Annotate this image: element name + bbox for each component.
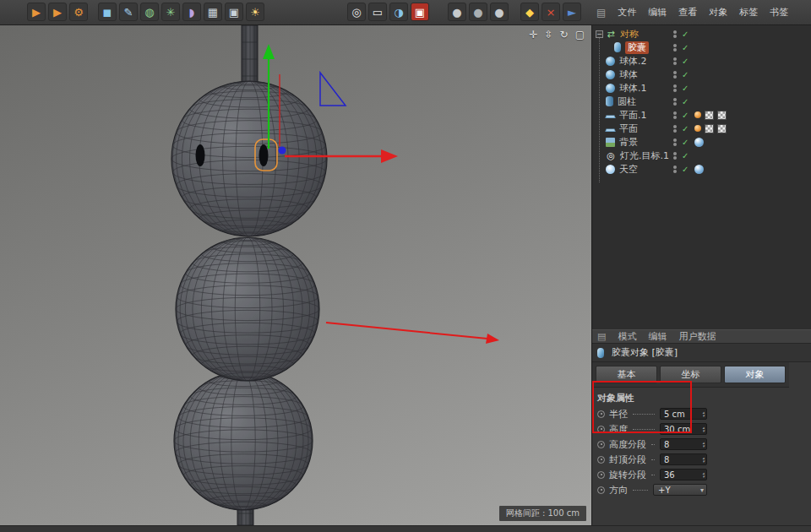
view-toggle-icon[interactable]: ▢ bbox=[575, 29, 585, 41]
anim-dot-icon[interactable] bbox=[597, 486, 605, 494]
enabled-check-icon[interactable]: ✓ bbox=[682, 124, 694, 133]
menu-item-0[interactable]: 文件 bbox=[618, 6, 636, 19]
view-rotate-icon[interactable]: ↻ bbox=[560, 29, 569, 41]
enabled-check-icon[interactable]: ✓ bbox=[682, 84, 694, 93]
dot-tag-icon[interactable] bbox=[694, 125, 701, 132]
checker-tag-icon[interactable] bbox=[717, 111, 727, 120]
sphere-tex-tag-icon[interactable] bbox=[694, 165, 704, 174]
axis-snap-icon[interactable]: ◆ bbox=[520, 3, 539, 21]
view-zoom-icon[interactable]: ⇳ bbox=[545, 29, 553, 41]
attr-menu-item-1[interactable]: 编辑 bbox=[648, 330, 667, 343]
render-view-icon[interactable]: ▶ bbox=[27, 3, 46, 21]
visibility-dots[interactable] bbox=[673, 151, 682, 160]
visibility-dots[interactable] bbox=[673, 111, 682, 120]
sphere-tex-tag-icon[interactable] bbox=[694, 138, 704, 147]
visibility-dots[interactable] bbox=[673, 97, 682, 106]
value-field[interactable]: 8▴▾ bbox=[660, 453, 707, 465]
anim-dot-icon[interactable] bbox=[597, 471, 605, 479]
value-field[interactable]: 30 cm▴▾ bbox=[660, 423, 707, 435]
visibility-dots[interactable] bbox=[673, 165, 682, 174]
menu-item-4[interactable]: 标签 bbox=[739, 6, 758, 19]
render-settings-icon[interactable]: ⚙ bbox=[69, 3, 88, 21]
enabled-check-icon[interactable]: ✓ bbox=[682, 30, 694, 39]
shading-sphere-icon[interactable]: ● bbox=[448, 3, 466, 21]
object-row[interactable]: −⇄对称✓ bbox=[592, 27, 811, 41]
menu-item-1[interactable]: 编辑 bbox=[648, 6, 667, 19]
object-row[interactable]: 球体.2✓ bbox=[592, 54, 811, 68]
stepper-arrows[interactable]: ▴▾ bbox=[702, 410, 705, 418]
view-pan-icon[interactable]: ✛ bbox=[529, 29, 537, 41]
panel-grid-icon[interactable]: ▤ bbox=[596, 7, 606, 19]
anim-dot-icon[interactable] bbox=[597, 410, 605, 418]
anim-dot-icon[interactable] bbox=[597, 441, 605, 448]
checker-tag-icon[interactable] bbox=[705, 124, 714, 133]
visibility-dots[interactable] bbox=[673, 124, 682, 133]
enabled-check-icon[interactable]: ✓ bbox=[682, 138, 694, 147]
pen-tool-icon[interactable]: ✎ bbox=[119, 3, 138, 21]
tab-基本[interactable]: 基本 bbox=[596, 366, 657, 383]
primitive-cube-icon[interactable]: ◼ bbox=[98, 3, 117, 21]
stepper-arrows[interactable]: ▴▾ bbox=[702, 441, 705, 448]
visibility-dots[interactable] bbox=[673, 70, 682, 79]
tab-对象[interactable]: 对象 bbox=[724, 366, 786, 383]
light-tool-icon[interactable]: ☀ bbox=[246, 3, 264, 21]
wireframe-sphere[interactable] bbox=[176, 236, 319, 382]
capsule-display-icon[interactable]: ▭ bbox=[368, 3, 387, 21]
coordinate-system-icon[interactable]: ► bbox=[563, 3, 581, 21]
attr-menu-item-2[interactable]: 用户数据 bbox=[678, 330, 716, 343]
contrast-display-icon[interactable]: ◑ bbox=[389, 3, 408, 21]
viewport[interactable]: ✛⇳↻▢ 网格间距 : 100 cm bbox=[0, 25, 591, 525]
enabled-check-icon[interactable]: ✓ bbox=[682, 111, 694, 120]
menu-item-3[interactable]: 对象 bbox=[709, 6, 727, 19]
object-row[interactable]: 球体.1✓ bbox=[592, 81, 811, 95]
checker-tag-icon[interactable] bbox=[705, 111, 714, 120]
object-row[interactable]: 球体✓ bbox=[592, 68, 811, 81]
menu-item-5[interactable]: 书签 bbox=[770, 6, 788, 19]
object-row[interactable]: 背景✓ bbox=[592, 135, 811, 149]
visibility-dots[interactable] bbox=[673, 57, 682, 66]
bridge-tool-icon[interactable]: ▦ bbox=[204, 3, 222, 21]
panel-grid-icon[interactable]: ▤ bbox=[597, 331, 606, 342]
gizmo-center-handle[interactable] bbox=[279, 147, 286, 155]
object-row[interactable]: ◎灯光.目标.1✓ bbox=[592, 149, 811, 162]
object-row[interactable]: 胶囊✓ bbox=[592, 41, 811, 54]
enabled-check-icon[interactable]: ✓ bbox=[682, 43, 694, 52]
object-row[interactable]: 平面✓ bbox=[592, 122, 811, 135]
motion-camera-icon[interactable]: ▣ bbox=[225, 3, 243, 21]
render-picture-viewer-icon[interactable]: ▶ bbox=[48, 3, 67, 21]
tab-坐标[interactable]: 坐标 bbox=[660, 366, 721, 383]
object-row[interactable]: 平面.1✓ bbox=[592, 108, 811, 122]
stepper-arrows[interactable]: ▴▾ bbox=[702, 456, 705, 464]
enabled-check-icon[interactable]: ✓ bbox=[682, 165, 694, 174]
enabled-check-icon[interactable]: ✓ bbox=[682, 57, 694, 66]
anim-dot-icon[interactable] bbox=[597, 456, 605, 464]
enabled-check-icon[interactable]: ✓ bbox=[682, 97, 694, 106]
menu-item-2[interactable]: 查看 bbox=[678, 6, 697, 19]
visibility-dots[interactable] bbox=[673, 30, 682, 39]
visibility-dots[interactable] bbox=[673, 43, 682, 52]
value-field[interactable]: 8▴▾ bbox=[660, 438, 707, 450]
paint-tool-icon[interactable]: ◍ bbox=[140, 3, 159, 21]
gizmo-plane-handle[interactable] bbox=[320, 73, 346, 106]
value-field[interactable]: 36▴▾ bbox=[660, 469, 707, 480]
enabled-check-icon[interactable]: ✓ bbox=[682, 70, 694, 79]
anim-dot-icon[interactable] bbox=[597, 426, 605, 433]
wireframe-sphere[interactable] bbox=[171, 80, 327, 237]
enabled-check-icon[interactable]: ✓ bbox=[682, 151, 694, 160]
object-row[interactable]: 天空✓ bbox=[592, 162, 811, 176]
wireframe-sphere-icon[interactable]: ● bbox=[469, 3, 487, 21]
checker-tag-icon[interactable] bbox=[717, 124, 727, 133]
object-row[interactable]: 圆柱✓ bbox=[592, 95, 811, 108]
flat-sphere-icon[interactable]: ● bbox=[490, 3, 509, 21]
expand-toggle-icon[interactable]: − bbox=[596, 30, 603, 38]
dot-tag-icon[interactable] bbox=[694, 111, 701, 118]
wireframe-sphere[interactable] bbox=[174, 371, 313, 511]
target-mode-icon[interactable]: ◎ bbox=[347, 3, 366, 21]
stepper-arrows[interactable]: ▴▾ bbox=[702, 426, 705, 433]
disable-snap-icon[interactable]: × bbox=[542, 3, 560, 21]
stepper-arrows[interactable]: ▴▾ bbox=[702, 471, 705, 479]
magic-solo-icon[interactable]: ✳ bbox=[161, 3, 180, 21]
direction-dropdown[interactable]: +Y▾ bbox=[653, 484, 707, 496]
sculpt-tool-icon[interactable]: ◗ bbox=[182, 3, 201, 21]
visibility-dots[interactable] bbox=[673, 84, 682, 93]
